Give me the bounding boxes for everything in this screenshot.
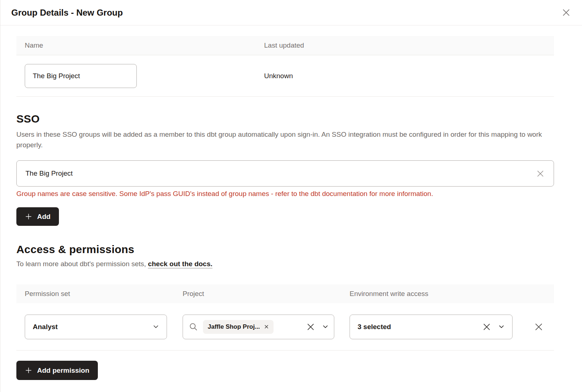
remove-permission-row-button[interactable]: [534, 322, 544, 332]
column-header-permission-set: Permission set: [16, 290, 183, 298]
add-button-label: Add: [37, 213, 51, 221]
column-header-project: Project: [183, 290, 350, 298]
chevron-down-icon: [498, 324, 505, 330]
permissions-table: Permission set Project Environment write…: [16, 284, 554, 351]
tag-remove-icon: [264, 324, 269, 329]
permission-row: Analyst Jaffle Shop Proj...: [16, 303, 554, 351]
access-description: To learn more about dbt's permission set…: [16, 260, 554, 268]
group-name-input[interactable]: [25, 64, 137, 88]
close-icon: [561, 8, 571, 17]
group-name-table: Name Last updated Unknown: [16, 36, 554, 97]
clear-icon: [536, 169, 545, 178]
modal-header: Group Details - New Group: [0, 0, 582, 25]
project-select[interactable]: Jaffle Shop Proj...: [183, 315, 334, 339]
group-name-table-header: Name Last updated: [16, 36, 554, 55]
environment-write-access-select[interactable]: 3 selected: [350, 315, 513, 339]
chevron-down-icon: [153, 324, 159, 330]
last-updated-value: Unknown: [264, 72, 293, 80]
permissions-table-header: Permission set Project Environment write…: [16, 284, 554, 303]
table-row: Unknown: [16, 55, 554, 97]
access-description-text: To learn more about dbt's permission set…: [16, 260, 148, 268]
add-permission-label: Add permission: [37, 367, 89, 375]
access-permissions-heading: Access & permissions: [16, 243, 554, 256]
chevron-down-icon: [322, 324, 328, 330]
column-header-name: Name: [16, 41, 264, 49]
project-clear-button[interactable]: [306, 322, 315, 332]
clear-icon: [306, 322, 315, 332]
sso-group-field: [16, 160, 554, 187]
sso-helper-text: Group names are case sensitive. Some IdP…: [16, 190, 554, 198]
sso-description: Users in these SSO groups will be added …: [16, 129, 551, 150]
column-header-last-updated: Last updated: [264, 41, 554, 49]
close-icon: [534, 322, 544, 332]
docs-link[interactable]: check out the docs.: [148, 260, 212, 268]
search-icon: [188, 322, 198, 332]
plus-icon: [25, 213, 32, 220]
project-tag-label: Jaffle Shop Proj...: [208, 323, 260, 331]
environment-clear-button[interactable]: [482, 322, 491, 332]
close-modal-button[interactable]: [561, 8, 571, 17]
permission-set-select[interactable]: Analyst: [25, 315, 167, 339]
page-title: Group Details - New Group: [11, 8, 123, 18]
project-tag: Jaffle Shop Proj...: [203, 320, 274, 334]
plus-icon: [25, 367, 32, 374]
sso-group-input[interactable]: [25, 169, 536, 177]
column-header-environment-write-access: Environment write access: [350, 290, 554, 298]
sso-group-clear-button[interactable]: [536, 169, 545, 178]
clear-icon: [482, 322, 491, 332]
project-tag-remove-button[interactable]: [264, 324, 269, 329]
add-permission-button[interactable]: Add permission: [16, 361, 98, 380]
modal-content: Name Last updated Unknown SSO Users in t…: [0, 36, 582, 380]
sso-heading: SSO: [16, 113, 554, 125]
environment-write-access-value: 3 selected: [358, 323, 391, 331]
add-sso-group-button[interactable]: Add: [16, 207, 59, 226]
permission-set-value: Analyst: [33, 323, 58, 331]
